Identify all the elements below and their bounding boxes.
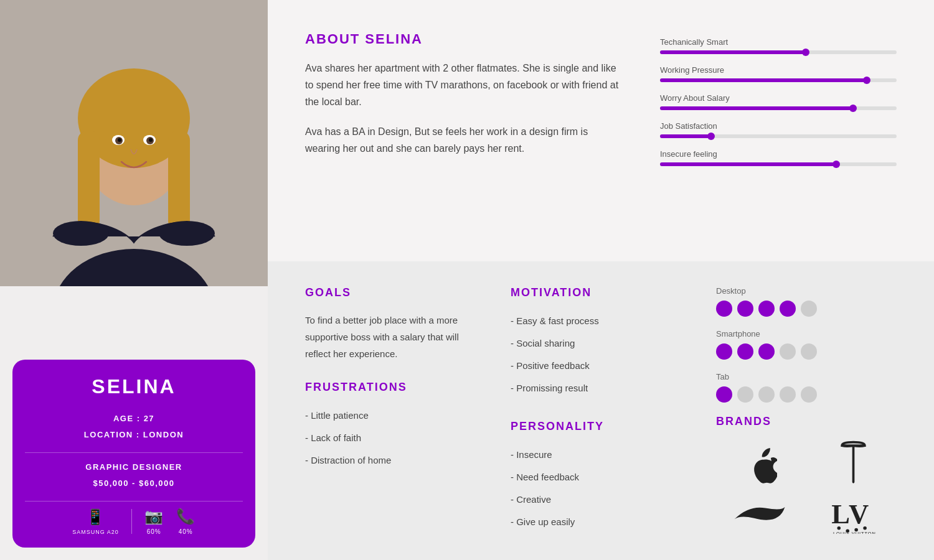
personality-section: PERSONALITY - Insecure- Need feedback- C… [511, 420, 691, 531]
svg-text:V: V [849, 498, 869, 530]
phone-icon: 📱 [86, 508, 105, 526]
skill-bar-bg [660, 134, 897, 138]
filled-dot [716, 386, 732, 403]
profile-info: AGE : 27 LOCATION : LONDON [25, 411, 243, 443]
filled-dot [716, 343, 732, 360]
svg-point-14 [159, 221, 215, 246]
list-item: - Lack of faith [305, 429, 486, 447]
svg-point-13 [53, 221, 109, 246]
skill-item: Job Satisfaction [660, 121, 897, 138]
filled-dot [758, 301, 775, 317]
personality-title: PERSONALITY [511, 420, 691, 433]
filled-dot [716, 301, 732, 317]
goals-section: GOALS To find a better job place with a … [305, 286, 486, 362]
right-panel: ABOUT SELINA Ava shares her apartment wi… [268, 0, 934, 560]
skill-bar-fill [660, 78, 868, 82]
empty-dot [780, 386, 796, 403]
skill-item: Insecure feeling [660, 149, 897, 166]
svg-point-12 [149, 138, 153, 142]
empty-dot [801, 386, 817, 403]
list-item: - Need feedback [511, 468, 691, 487]
filled-dot [780, 301, 796, 317]
col-goals-frustrations: GOALS To find a better job place with a … [305, 286, 486, 535]
about-para2: Ava has a BA in Design, But se feels her… [305, 123, 623, 157]
skill-bar-bg [660, 106, 897, 110]
svg-text:L: L [831, 498, 850, 530]
skill-item: Working Pressure [660, 65, 897, 82]
filled-dot [758, 343, 775, 360]
empty-dot [737, 386, 753, 403]
nike-brand [716, 500, 803, 528]
dots-row [716, 343, 897, 360]
brands-section: BRANDS [716, 415, 897, 534]
list-item: - Distraction of home [305, 451, 486, 470]
brands-title: BRANDS [716, 415, 897, 428]
brands-grid: L V LOUIS VUITTON [716, 441, 897, 534]
list-item: - Promissing result [511, 379, 691, 398]
col-devices-brands: DesktopSmartphoneTab BRANDS [716, 286, 897, 535]
profile-icons: 📱 SAMSUNG A20 📷 60% 📞 40% [25, 508, 243, 535]
skill-bar-fill [660, 50, 807, 54]
skill-label: Techanically Smart [660, 37, 897, 47]
list-item: - Insecure [511, 446, 691, 464]
svg-text:LOUIS VUITTON: LOUIS VUITTON [833, 531, 876, 534]
bottom-section: GOALS To find a better job place with a … [268, 261, 934, 560]
age-info: AGE : 27 [25, 411, 243, 427]
list-item: - Give up easily [511, 513, 691, 531]
device-label: Smartphone [716, 329, 897, 338]
svg-point-11 [118, 138, 121, 142]
dots-row [716, 301, 897, 317]
svg-point-20 [863, 526, 867, 530]
top-section: ABOUT SELINA Ava shares her apartment wi… [268, 0, 934, 261]
skill-bar-bg [660, 78, 897, 82]
phone-icon-item: 📱 SAMSUNG A20 [72, 508, 119, 535]
skill-item: Worry About Salary [660, 93, 897, 110]
skill-item: Techanically Smart [660, 37, 897, 54]
skill-bar-bg [660, 50, 897, 54]
skill-bar-bg [660, 162, 897, 166]
list-item: - Social sharing [511, 334, 691, 353]
job-title: GRAPHIC DESIGNER [25, 459, 243, 475]
motivation-section: MOTIVATION - Easy & fast process- Social… [511, 286, 691, 398]
skill-label: Job Satisfaction [660, 121, 897, 131]
skill-bar-fill [660, 162, 837, 166]
skill-bar-fill [660, 134, 712, 138]
goals-title: GOALS [305, 286, 486, 299]
skill-label: Worry About Salary [660, 93, 897, 103]
goals-text: To find a better job place with a more s… [305, 312, 486, 362]
col-motivation-personality: MOTIVATION - Easy & fast process- Social… [511, 286, 691, 535]
personality-list: - Insecure- Need feedback- Creative- Giv… [511, 446, 691, 531]
phone-label: SAMSUNG A20 [72, 529, 119, 535]
whatsapp-icon-item: 📞 40% [176, 508, 196, 535]
filled-dot [737, 301, 753, 317]
svg-rect-5 [78, 131, 100, 230]
motivation-list: - Easy & fast process- Social sharing- P… [511, 312, 691, 398]
device-item: Smartphone [716, 329, 897, 360]
empty-dot [780, 343, 796, 360]
salary: $50,000 - $60,000 [25, 475, 243, 492]
location-info: LOCATION : LONDON [25, 427, 243, 443]
list-item: - Easy & fast process [511, 312, 691, 330]
list-item: - Little patience [305, 406, 486, 425]
skill-bar-fill [660, 106, 854, 110]
frustrations-title: FRUSTRATIONS [305, 381, 486, 394]
device-item: Desktop [716, 286, 897, 317]
instagram-percent: 60% [147, 528, 161, 535]
frustrations-list: - Little patience- Lack of faith- Distra… [305, 406, 486, 470]
tesla-brand [809, 441, 897, 487]
devices-section: DesktopSmartphoneTab [716, 286, 897, 403]
svg-rect-6 [168, 131, 190, 230]
about-section: ABOUT SELINA Ava shares her apartment wi… [305, 31, 623, 236]
frustrations-section: FRUSTRATIONS - Little patience- Lack of … [305, 381, 486, 470]
filled-dot [737, 343, 753, 360]
job-info: GRAPHIC DESIGNER $50,000 - $60,000 [25, 459, 243, 492]
lv-brand: L V LOUIS VUITTON [809, 493, 897, 534]
empty-dot [801, 301, 817, 317]
profile-photo [0, 0, 268, 286]
skill-label: Working Pressure [660, 65, 897, 75]
svg-point-17 [837, 526, 841, 530]
about-para1: Ava shares her apartment with 2 other fl… [305, 60, 623, 111]
divider [131, 509, 132, 534]
device-label: Desktop [716, 286, 897, 296]
about-title: ABOUT SELINA [305, 31, 623, 47]
